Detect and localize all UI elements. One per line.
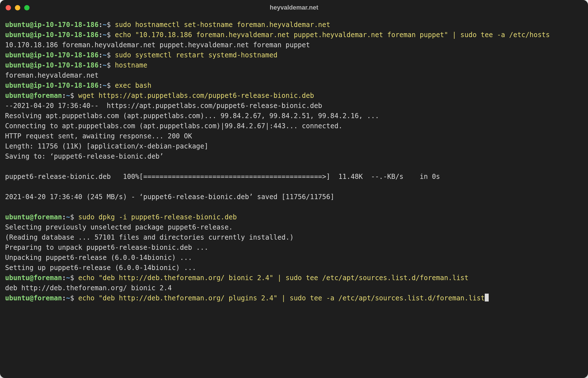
output-line: foreman.heyvaldemar.net <box>5 71 98 79</box>
output-line: Unpacking puppet6-release (6.0.0-14bioni… <box>5 254 192 262</box>
output-line: puppet6-release-bionic.deb 100%[========… <box>5 173 440 181</box>
window-titlebar: heyvaldemar.net <box>0 0 588 15</box>
prompt-colon: : <box>62 213 66 221</box>
output-line: 2021-04-20 17:36:40 (245 MB/s) - ‘puppet… <box>5 193 334 201</box>
command-line: sudo systemctl restart systemd-hostnamed <box>115 51 277 59</box>
output-line: Resolving apt.puppetlabs.com (apt.puppet… <box>5 112 379 120</box>
prompt-path: ~ <box>103 61 107 69</box>
prompt-dollar: $ <box>70 294 78 302</box>
prompt-user: ubuntu@ip-10-170-18-186 <box>5 51 98 59</box>
prompt-user: ubuntu@foreman <box>5 213 62 221</box>
prompt-path: ~ <box>103 51 107 59</box>
window-title: heyvaldemar.net <box>0 4 588 11</box>
prompt-colon: : <box>98 51 102 59</box>
output-line: Saving to: ‘puppet6-release-bionic.deb’ <box>5 152 164 160</box>
prompt-user: ubuntu@foreman <box>5 294 62 302</box>
prompt-colon: : <box>62 294 66 302</box>
cursor-icon <box>485 294 489 302</box>
minimize-icon[interactable] <box>15 5 20 10</box>
output-line: Preparing to unpack puppet6-release-bion… <box>5 244 208 251</box>
prompt-dollar: $ <box>70 213 78 221</box>
prompt-colon: : <box>98 61 102 69</box>
prompt-user: ubuntu@foreman <box>5 92 62 100</box>
command-line: exec bash <box>115 82 151 89</box>
prompt-user: ubuntu@foreman <box>5 274 62 282</box>
prompt-colon: : <box>98 31 102 39</box>
prompt-path: ~ <box>66 213 70 221</box>
command-line: hostname <box>115 61 147 69</box>
command-line: echo "deb http://deb.theforeman.org/ plu… <box>78 294 485 302</box>
prompt-dollar: $ <box>107 61 115 69</box>
output-line: --2021-04-20 17:36:40-- https://apt.pupp… <box>5 102 322 110</box>
prompt-dollar: $ <box>70 92 78 100</box>
prompt-colon: : <box>62 92 66 100</box>
prompt-colon: : <box>98 82 102 89</box>
prompt-path: ~ <box>103 21 107 29</box>
output-line: Connecting to apt.puppetlabs.com (apt.pu… <box>5 122 342 130</box>
output-line: deb http://deb.theforeman.org/ bionic 2.… <box>5 284 172 292</box>
prompt-path: ~ <box>66 274 70 282</box>
prompt-path: ~ <box>103 31 107 39</box>
prompt-dollar: $ <box>107 31 115 39</box>
close-icon[interactable] <box>6 5 11 10</box>
prompt-colon: : <box>98 21 102 29</box>
output-line: Setting up puppet6-release (6.0.0-14bion… <box>5 264 196 272</box>
prompt-path: ~ <box>66 92 70 100</box>
output-line: 10.170.18.186 foreman.heyvaldemar.net pu… <box>5 41 310 49</box>
command-line: wget https://apt.puppetlabs.com/puppet6-… <box>78 92 314 100</box>
traffic-lights <box>6 5 30 10</box>
command-line: echo "deb http://deb.theforeman.org/ bio… <box>78 274 468 282</box>
prompt-user: ubuntu@ip-10-170-18-186 <box>5 31 98 39</box>
prompt-dollar: $ <box>107 21 115 29</box>
output-line: HTTP request sent, awaiting response... … <box>5 132 192 140</box>
prompt-dollar: $ <box>107 51 115 59</box>
terminal-window: heyvaldemar.net ubuntu@ip-10-170-18-186:… <box>0 0 588 378</box>
prompt-user: ubuntu@ip-10-170-18-186 <box>5 61 98 69</box>
prompt-dollar: $ <box>107 82 115 89</box>
prompt-path: ~ <box>66 294 70 302</box>
maximize-icon[interactable] <box>24 5 30 10</box>
output-line: (Reading database ... 57101 files and di… <box>5 233 294 241</box>
output-line: Length: 11756 (11K) [application/x-debia… <box>5 142 208 150</box>
prompt-user: ubuntu@ip-10-170-18-186 <box>5 21 98 29</box>
command-line: echo "10.170.18.186 foreman.heyvaldemar.… <box>115 31 550 39</box>
prompt-dollar: $ <box>70 274 78 282</box>
output-line: Selecting previously unselected package … <box>5 223 233 231</box>
prompt-user: ubuntu@ip-10-170-18-186 <box>5 82 98 89</box>
prompt-colon: : <box>62 274 66 282</box>
prompt-path: ~ <box>103 82 107 89</box>
command-line: sudo dpkg -i puppet6-release-bionic.deb <box>78 213 237 221</box>
command-line: sudo hostnamectl set-hostname foreman.he… <box>115 21 330 29</box>
terminal-body[interactable]: ubuntu@ip-10-170-18-186:~$ sudo hostname… <box>0 15 588 308</box>
